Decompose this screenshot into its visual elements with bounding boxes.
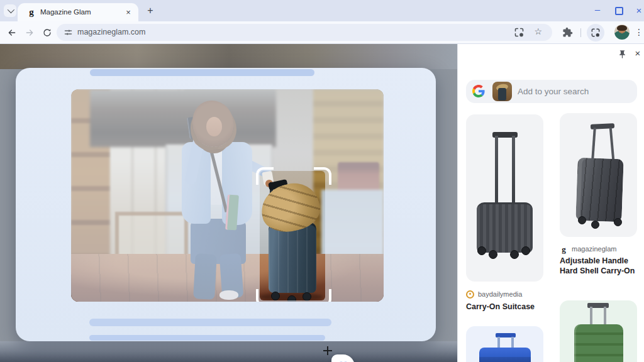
dimmed-page-bottom [0,341,457,362]
suitcase-body [479,348,531,362]
suitcase-rod [604,307,606,324]
product-card-angled-suitcase[interactable] [560,113,637,237]
suitcase-wheel [477,246,486,255]
suitcase-body [575,158,623,222]
toolbar-divider [580,28,581,37]
woman-leg [193,253,217,300]
tab-title: Magazine Glam [40,3,91,21]
url-text[interactable]: magazineglam.com [77,24,145,41]
product-card-blue-suitcase[interactable] [466,326,543,362]
woman-face [206,117,222,136]
tab-strip: g Magazine Glam × + – × [0,0,644,21]
selection-corner-handle[interactable] [314,167,331,185]
address-bar[interactable]: magazineglam.com ☆ [57,24,552,41]
photo-dark-beam [90,89,276,147]
browser-menu-button[interactable]: ⋮ [633,25,644,40]
lens-panel-button[interactable] [587,24,604,41]
toolbar: magazineglam.com ☆ ⋮ [0,21,644,44]
text-placeholder-bar [89,335,325,341]
suitcase-body [574,324,623,362]
result-source[interactable]: g magazineglam [560,244,617,254]
back-button[interactable] [4,25,20,41]
suitcase-wheel [489,250,497,259]
site-favicon-icon: g [26,7,36,18]
search-crop-thumbnail[interactable] [492,82,512,101]
tab-search-button[interactable] [4,4,16,17]
panel-close-button[interactable]: × [632,48,643,59]
crosshair-cursor [323,346,332,355]
tab-close-button[interactable]: × [123,8,133,18]
product-card-green-suitcase[interactable] [560,300,637,362]
site-settings-tune-icon[interactable] [64,28,73,37]
suitcase-wheel [591,221,599,229]
result-title[interactable]: Adjustable Handle Hard Shell Carry-On [560,256,637,276]
text-placeholder-bar [90,69,314,76]
forward-button[interactable] [21,25,38,41]
suitcase-wheel [510,250,519,259]
extensions-icon[interactable] [562,27,573,38]
profile-avatar[interactable] [614,25,630,40]
suitcase-wheel [578,216,586,224]
suitcase-rod [609,128,615,160]
forward-arrow-icon [25,28,35,38]
suitcase-rod [495,136,498,205]
suitcase-wheel [614,218,622,226]
close-window-button[interactable]: × [633,5,644,16]
lens-search-bar[interactable]: Add to your search [466,80,637,103]
lens-search-icon[interactable] [514,27,525,38]
back-arrow-icon [7,28,17,38]
selection-corner-handle[interactable] [314,289,331,302]
search-placeholder[interactable]: Add to your search [518,80,589,103]
suitcase-rod [591,128,596,160]
dimmed-page-top [0,44,457,69]
tab-magazine-glam[interactable]: g Magazine Glam × [18,3,138,21]
minimize-button[interactable]: – [592,5,603,16]
bookmark-star-icon[interactable]: ☆ [534,26,542,36]
magazineglam-favicon: g [560,245,568,253]
reload-icon [42,28,52,38]
maximize-icon [615,7,623,15]
suitcase-rod [512,136,515,205]
maximize-button[interactable] [613,5,625,16]
selection-corner-handle[interactable] [256,167,274,185]
woman-sneaker [219,290,238,300]
source-name: magazineglam [572,245,617,253]
result-source[interactable]: baydailymedia [466,289,522,299]
webpage-viewport [0,44,457,362]
product-card-dark-suitcase[interactable] [466,114,543,282]
google-g-logo-icon [472,85,485,97]
text-placeholder-bar [89,319,331,326]
source-name: baydailymedia [478,290,522,298]
new-tab-button[interactable]: + [145,5,156,16]
chevron-down-icon [8,6,14,13]
lens-side-panel: × Add to your search baydailymedia Carry… [457,44,644,362]
photo-red-roof [338,162,379,194]
article-card [16,68,436,341]
baydailymedia-favicon [466,290,474,299]
pin-icon[interactable] [618,50,627,59]
selection-corner-handle[interactable] [256,289,274,302]
suitcase-rod [590,307,592,324]
suitcase-wheel [521,246,530,255]
lens-icon [591,28,601,38]
suitcase-body [477,202,533,253]
avatar-hair [617,25,627,31]
article-hero-image[interactable] [71,89,384,302]
lens-selection-region[interactable] [260,171,325,300]
result-title[interactable]: Carry-On Suitcase [466,302,543,312]
reload-button[interactable] [39,25,55,41]
